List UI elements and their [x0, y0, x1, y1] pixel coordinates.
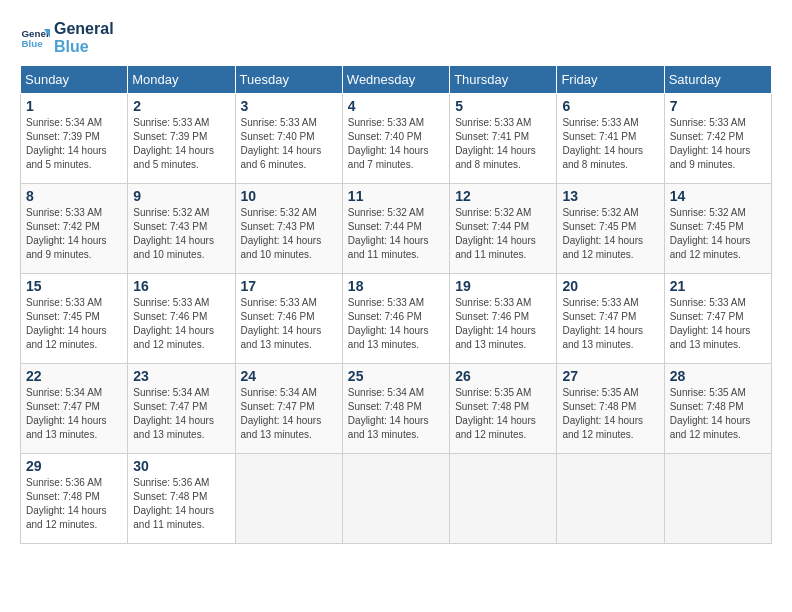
day-cell: 12Sunrise: 5:32 AM Sunset: 7:44 PM Dayli…	[450, 184, 557, 274]
calendar-table: SundayMondayTuesdayWednesdayThursdayFrid…	[20, 65, 772, 544]
day-cell: 11Sunrise: 5:32 AM Sunset: 7:44 PM Dayli…	[342, 184, 449, 274]
day-number: 16	[133, 278, 229, 294]
day-cell	[342, 454, 449, 544]
day-info: Sunrise: 5:36 AM Sunset: 7:48 PM Dayligh…	[133, 476, 229, 532]
day-number: 5	[455, 98, 551, 114]
day-info: Sunrise: 5:34 AM Sunset: 7:47 PM Dayligh…	[26, 386, 122, 442]
day-number: 20	[562, 278, 658, 294]
day-info: Sunrise: 5:32 AM Sunset: 7:44 PM Dayligh…	[348, 206, 444, 262]
day-cell: 3Sunrise: 5:33 AM Sunset: 7:40 PM Daylig…	[235, 94, 342, 184]
day-cell: 28Sunrise: 5:35 AM Sunset: 7:48 PM Dayli…	[664, 364, 771, 454]
day-info: Sunrise: 5:32 AM Sunset: 7:43 PM Dayligh…	[241, 206, 337, 262]
day-info: Sunrise: 5:33 AM Sunset: 7:40 PM Dayligh…	[348, 116, 444, 172]
logo-text: General Blue	[54, 20, 114, 55]
day-info: Sunrise: 5:34 AM Sunset: 7:47 PM Dayligh…	[133, 386, 229, 442]
day-number: 12	[455, 188, 551, 204]
day-number: 8	[26, 188, 122, 204]
day-cell: 2Sunrise: 5:33 AM Sunset: 7:39 PM Daylig…	[128, 94, 235, 184]
day-number: 11	[348, 188, 444, 204]
day-number: 3	[241, 98, 337, 114]
day-info: Sunrise: 5:33 AM Sunset: 7:42 PM Dayligh…	[26, 206, 122, 262]
day-info: Sunrise: 5:34 AM Sunset: 7:48 PM Dayligh…	[348, 386, 444, 442]
day-cell	[557, 454, 664, 544]
day-cell: 29Sunrise: 5:36 AM Sunset: 7:48 PM Dayli…	[21, 454, 128, 544]
day-info: Sunrise: 5:33 AM Sunset: 7:46 PM Dayligh…	[348, 296, 444, 352]
day-info: Sunrise: 5:34 AM Sunset: 7:39 PM Dayligh…	[26, 116, 122, 172]
day-number: 27	[562, 368, 658, 384]
day-info: Sunrise: 5:36 AM Sunset: 7:48 PM Dayligh…	[26, 476, 122, 532]
day-info: Sunrise: 5:33 AM Sunset: 7:47 PM Dayligh…	[562, 296, 658, 352]
day-number: 25	[348, 368, 444, 384]
day-number: 30	[133, 458, 229, 474]
day-info: Sunrise: 5:33 AM Sunset: 7:41 PM Dayligh…	[562, 116, 658, 172]
day-cell: 18Sunrise: 5:33 AM Sunset: 7:46 PM Dayli…	[342, 274, 449, 364]
day-number: 21	[670, 278, 766, 294]
day-cell: 8Sunrise: 5:33 AM Sunset: 7:42 PM Daylig…	[21, 184, 128, 274]
day-cell	[235, 454, 342, 544]
day-cell: 6Sunrise: 5:33 AM Sunset: 7:41 PM Daylig…	[557, 94, 664, 184]
day-info: Sunrise: 5:32 AM Sunset: 7:44 PM Dayligh…	[455, 206, 551, 262]
day-number: 22	[26, 368, 122, 384]
day-info: Sunrise: 5:33 AM Sunset: 7:39 PM Dayligh…	[133, 116, 229, 172]
day-info: Sunrise: 5:34 AM Sunset: 7:47 PM Dayligh…	[241, 386, 337, 442]
day-info: Sunrise: 5:33 AM Sunset: 7:46 PM Dayligh…	[133, 296, 229, 352]
day-number: 2	[133, 98, 229, 114]
day-number: 10	[241, 188, 337, 204]
day-cell	[664, 454, 771, 544]
day-info: Sunrise: 5:33 AM Sunset: 7:47 PM Dayligh…	[670, 296, 766, 352]
week-row-1: 1Sunrise: 5:34 AM Sunset: 7:39 PM Daylig…	[21, 94, 772, 184]
day-cell: 19Sunrise: 5:33 AM Sunset: 7:46 PM Dayli…	[450, 274, 557, 364]
header-tuesday: Tuesday	[235, 66, 342, 94]
svg-text:Blue: Blue	[22, 38, 44, 49]
day-info: Sunrise: 5:33 AM Sunset: 7:41 PM Dayligh…	[455, 116, 551, 172]
page-header: General Blue General Blue	[20, 20, 772, 55]
day-cell: 20Sunrise: 5:33 AM Sunset: 7:47 PM Dayli…	[557, 274, 664, 364]
day-cell: 7Sunrise: 5:33 AM Sunset: 7:42 PM Daylig…	[664, 94, 771, 184]
header-saturday: Saturday	[664, 66, 771, 94]
day-info: Sunrise: 5:32 AM Sunset: 7:45 PM Dayligh…	[562, 206, 658, 262]
day-cell: 13Sunrise: 5:32 AM Sunset: 7:45 PM Dayli…	[557, 184, 664, 274]
day-number: 13	[562, 188, 658, 204]
day-cell: 9Sunrise: 5:32 AM Sunset: 7:43 PM Daylig…	[128, 184, 235, 274]
day-info: Sunrise: 5:33 AM Sunset: 7:46 PM Dayligh…	[241, 296, 337, 352]
day-cell: 26Sunrise: 5:35 AM Sunset: 7:48 PM Dayli…	[450, 364, 557, 454]
day-cell: 5Sunrise: 5:33 AM Sunset: 7:41 PM Daylig…	[450, 94, 557, 184]
day-number: 6	[562, 98, 658, 114]
day-cell: 17Sunrise: 5:33 AM Sunset: 7:46 PM Dayli…	[235, 274, 342, 364]
day-cell: 10Sunrise: 5:32 AM Sunset: 7:43 PM Dayli…	[235, 184, 342, 274]
day-info: Sunrise: 5:33 AM Sunset: 7:40 PM Dayligh…	[241, 116, 337, 172]
day-number: 28	[670, 368, 766, 384]
day-number: 7	[670, 98, 766, 114]
logo: General Blue General Blue	[20, 20, 114, 55]
header-monday: Monday	[128, 66, 235, 94]
day-info: Sunrise: 5:32 AM Sunset: 7:45 PM Dayligh…	[670, 206, 766, 262]
day-cell: 21Sunrise: 5:33 AM Sunset: 7:47 PM Dayli…	[664, 274, 771, 364]
day-number: 4	[348, 98, 444, 114]
day-info: Sunrise: 5:33 AM Sunset: 7:42 PM Dayligh…	[670, 116, 766, 172]
day-info: Sunrise: 5:35 AM Sunset: 7:48 PM Dayligh…	[670, 386, 766, 442]
day-number: 1	[26, 98, 122, 114]
day-info: Sunrise: 5:33 AM Sunset: 7:46 PM Dayligh…	[455, 296, 551, 352]
week-row-5: 29Sunrise: 5:36 AM Sunset: 7:48 PM Dayli…	[21, 454, 772, 544]
day-number: 18	[348, 278, 444, 294]
day-number: 15	[26, 278, 122, 294]
day-number: 26	[455, 368, 551, 384]
calendar-header-row: SundayMondayTuesdayWednesdayThursdayFrid…	[21, 66, 772, 94]
header-sunday: Sunday	[21, 66, 128, 94]
day-cell	[450, 454, 557, 544]
day-cell: 1Sunrise: 5:34 AM Sunset: 7:39 PM Daylig…	[21, 94, 128, 184]
week-row-2: 8Sunrise: 5:33 AM Sunset: 7:42 PM Daylig…	[21, 184, 772, 274]
day-number: 14	[670, 188, 766, 204]
day-cell: 14Sunrise: 5:32 AM Sunset: 7:45 PM Dayli…	[664, 184, 771, 274]
day-cell: 24Sunrise: 5:34 AM Sunset: 7:47 PM Dayli…	[235, 364, 342, 454]
logo-icon: General Blue	[20, 23, 50, 53]
day-number: 29	[26, 458, 122, 474]
day-cell: 23Sunrise: 5:34 AM Sunset: 7:47 PM Dayli…	[128, 364, 235, 454]
week-row-3: 15Sunrise: 5:33 AM Sunset: 7:45 PM Dayli…	[21, 274, 772, 364]
day-number: 23	[133, 368, 229, 384]
day-info: Sunrise: 5:35 AM Sunset: 7:48 PM Dayligh…	[455, 386, 551, 442]
day-info: Sunrise: 5:33 AM Sunset: 7:45 PM Dayligh…	[26, 296, 122, 352]
week-row-4: 22Sunrise: 5:34 AM Sunset: 7:47 PM Dayli…	[21, 364, 772, 454]
day-number: 17	[241, 278, 337, 294]
day-cell: 30Sunrise: 5:36 AM Sunset: 7:48 PM Dayli…	[128, 454, 235, 544]
